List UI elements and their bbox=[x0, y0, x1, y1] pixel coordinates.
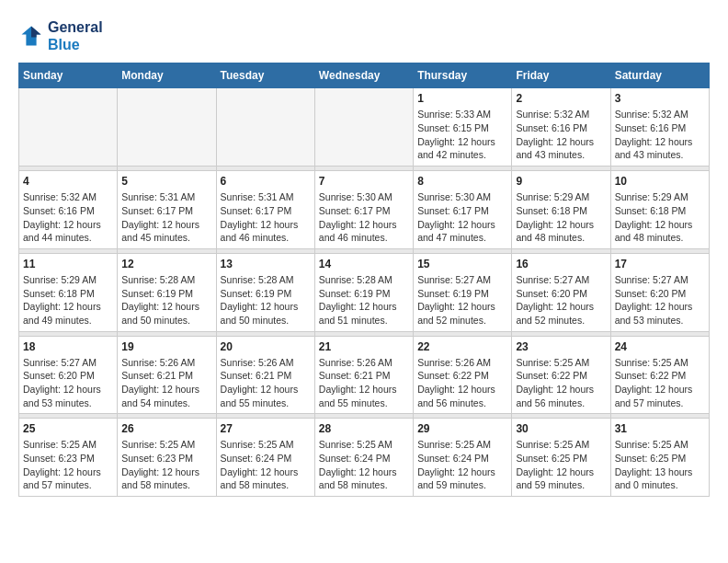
day-cell: 11Sunrise: 5:29 AMSunset: 6:18 PMDayligh… bbox=[19, 253, 118, 331]
day-cell: 27Sunrise: 5:25 AMSunset: 6:24 PMDayligh… bbox=[216, 419, 314, 497]
day-number: 20 bbox=[221, 340, 311, 353]
day-info: Sunrise: 5:31 AMSunset: 6:17 PMDaylight:… bbox=[121, 190, 211, 245]
day-info: Sunrise: 5:25 AMSunset: 6:23 PMDaylight:… bbox=[121, 438, 211, 492]
day-info: Sunrise: 5:25 AMSunset: 6:24 PMDaylight:… bbox=[221, 438, 311, 492]
day-info: Sunrise: 5:26 AMSunset: 6:22 PMDaylight:… bbox=[417, 356, 507, 410]
day-cell: 13Sunrise: 5:28 AMSunset: 6:19 PMDayligh… bbox=[216, 253, 314, 331]
day-info: Sunrise: 5:31 AMSunset: 6:17 PMDaylight:… bbox=[221, 190, 311, 245]
svg-marker-1 bbox=[31, 27, 41, 38]
week-row-5: 25Sunrise: 5:25 AMSunset: 6:23 PMDayligh… bbox=[19, 419, 710, 497]
day-info: Sunrise: 5:27 AMSunset: 6:20 PMDaylight:… bbox=[23, 356, 113, 410]
header: General Blue bbox=[18, 18, 710, 53]
day-cell: 19Sunrise: 5:26 AMSunset: 6:21 PMDayligh… bbox=[118, 336, 216, 414]
day-number: 4 bbox=[23, 175, 113, 188]
weekday-header-thursday: Thursday bbox=[414, 63, 512, 88]
week-row-1: 1Sunrise: 5:33 AMSunset: 6:15 PMDaylight… bbox=[19, 88, 710, 167]
day-number: 28 bbox=[319, 422, 409, 435]
day-number: 10 bbox=[615, 175, 705, 188]
day-cell: 31Sunrise: 5:25 AMSunset: 6:25 PMDayligh… bbox=[610, 419, 709, 497]
day-info: Sunrise: 5:25 AMSunset: 6:25 PMDaylight:… bbox=[516, 438, 606, 492]
day-cell: 1Sunrise: 5:33 AMSunset: 6:15 PMDaylight… bbox=[414, 88, 512, 167]
day-number: 5 bbox=[121, 175, 211, 188]
calendar: SundayMondayTuesdayWednesdayThursdayFrid… bbox=[18, 63, 710, 497]
day-cell: 8Sunrise: 5:30 AMSunset: 6:17 PMDaylight… bbox=[414, 171, 512, 249]
day-info: Sunrise: 5:25 AMSunset: 6:23 PMDaylight:… bbox=[23, 438, 113, 492]
day-info: Sunrise: 5:27 AMSunset: 6:20 PMDaylight:… bbox=[615, 273, 705, 327]
day-number: 17 bbox=[615, 258, 705, 270]
day-cell: 10Sunrise: 5:29 AMSunset: 6:18 PMDayligh… bbox=[610, 171, 709, 249]
day-info: Sunrise: 5:28 AMSunset: 6:19 PMDaylight:… bbox=[319, 273, 409, 327]
weekday-header-tuesday: Tuesday bbox=[216, 63, 314, 88]
day-cell: 20Sunrise: 5:26 AMSunset: 6:21 PMDayligh… bbox=[216, 336, 314, 414]
day-cell: 16Sunrise: 5:27 AMSunset: 6:20 PMDayligh… bbox=[512, 253, 610, 331]
day-cell: 25Sunrise: 5:25 AMSunset: 6:23 PMDayligh… bbox=[19, 419, 118, 497]
day-info: Sunrise: 5:25 AMSunset: 6:24 PMDaylight:… bbox=[319, 438, 409, 492]
weekday-header-saturday: Saturday bbox=[610, 63, 709, 88]
day-cell: 18Sunrise: 5:27 AMSunset: 6:20 PMDayligh… bbox=[19, 336, 118, 414]
day-cell bbox=[19, 88, 118, 167]
day-cell: 22Sunrise: 5:26 AMSunset: 6:22 PMDayligh… bbox=[414, 336, 512, 414]
day-info: Sunrise: 5:32 AMSunset: 6:16 PMDaylight:… bbox=[23, 190, 113, 245]
day-cell: 23Sunrise: 5:25 AMSunset: 6:22 PMDayligh… bbox=[512, 336, 610, 414]
logo-text: General Blue bbox=[48, 18, 103, 53]
day-number: 22 bbox=[417, 340, 507, 353]
day-info: Sunrise: 5:25 AMSunset: 6:24 PMDaylight:… bbox=[417, 438, 507, 492]
day-number: 26 bbox=[121, 422, 211, 435]
day-cell: 28Sunrise: 5:25 AMSunset: 6:24 PMDayligh… bbox=[314, 419, 413, 497]
day-number: 9 bbox=[516, 175, 606, 188]
day-cell: 6Sunrise: 5:31 AMSunset: 6:17 PMDaylight… bbox=[216, 171, 314, 249]
day-cell bbox=[314, 88, 413, 167]
day-number: 6 bbox=[221, 175, 311, 188]
day-cell bbox=[118, 88, 216, 167]
logo-icon bbox=[18, 23, 44, 49]
day-cell: 30Sunrise: 5:25 AMSunset: 6:25 PMDayligh… bbox=[512, 419, 610, 497]
day-cell: 3Sunrise: 5:32 AMSunset: 6:16 PMDaylight… bbox=[610, 88, 709, 167]
weekday-header-row: SundayMondayTuesdayWednesdayThursdayFrid… bbox=[19, 63, 710, 88]
day-number: 27 bbox=[221, 422, 311, 435]
day-info: Sunrise: 5:26 AMSunset: 6:21 PMDaylight:… bbox=[221, 356, 311, 410]
weekday-header-wednesday: Wednesday bbox=[314, 63, 413, 88]
day-number: 15 bbox=[417, 258, 507, 270]
day-cell: 29Sunrise: 5:25 AMSunset: 6:24 PMDayligh… bbox=[414, 419, 512, 497]
day-cell: 21Sunrise: 5:26 AMSunset: 6:21 PMDayligh… bbox=[314, 336, 413, 414]
day-info: Sunrise: 5:27 AMSunset: 6:19 PMDaylight:… bbox=[417, 273, 507, 327]
day-info: Sunrise: 5:28 AMSunset: 6:19 PMDaylight:… bbox=[121, 273, 211, 327]
weekday-header-friday: Friday bbox=[512, 63, 610, 88]
day-number: 2 bbox=[516, 92, 606, 105]
day-number: 29 bbox=[417, 422, 507, 435]
day-number: 3 bbox=[615, 92, 705, 105]
day-cell bbox=[216, 88, 314, 167]
day-info: Sunrise: 5:29 AMSunset: 6:18 PMDaylight:… bbox=[615, 190, 705, 245]
day-cell: 9Sunrise: 5:29 AMSunset: 6:18 PMDaylight… bbox=[512, 171, 610, 249]
day-info: Sunrise: 5:26 AMSunset: 6:21 PMDaylight:… bbox=[121, 356, 211, 410]
day-number: 1 bbox=[417, 92, 507, 105]
week-row-4: 18Sunrise: 5:27 AMSunset: 6:20 PMDayligh… bbox=[19, 336, 710, 414]
day-cell: 5Sunrise: 5:31 AMSunset: 6:17 PMDaylight… bbox=[118, 171, 216, 249]
day-cell: 17Sunrise: 5:27 AMSunset: 6:20 PMDayligh… bbox=[610, 253, 709, 331]
day-number: 24 bbox=[615, 340, 705, 353]
day-cell: 15Sunrise: 5:27 AMSunset: 6:19 PMDayligh… bbox=[414, 253, 512, 331]
day-number: 31 bbox=[615, 422, 705, 435]
day-number: 13 bbox=[221, 258, 311, 270]
day-info: Sunrise: 5:25 AMSunset: 6:22 PMDaylight:… bbox=[615, 356, 705, 410]
week-row-3: 11Sunrise: 5:29 AMSunset: 6:18 PMDayligh… bbox=[19, 253, 710, 331]
day-number: 30 bbox=[516, 422, 606, 435]
day-info: Sunrise: 5:30 AMSunset: 6:17 PMDaylight:… bbox=[417, 190, 507, 245]
day-cell: 26Sunrise: 5:25 AMSunset: 6:23 PMDayligh… bbox=[118, 419, 216, 497]
day-info: Sunrise: 5:33 AMSunset: 6:15 PMDaylight:… bbox=[417, 108, 507, 162]
logo: General Blue bbox=[18, 18, 103, 53]
day-info: Sunrise: 5:29 AMSunset: 6:18 PMDaylight:… bbox=[516, 190, 606, 245]
day-cell: 14Sunrise: 5:28 AMSunset: 6:19 PMDayligh… bbox=[314, 253, 413, 331]
day-info: Sunrise: 5:29 AMSunset: 6:18 PMDaylight:… bbox=[23, 273, 113, 327]
day-number: 8 bbox=[417, 175, 507, 188]
day-number: 12 bbox=[121, 258, 211, 270]
day-number: 18 bbox=[23, 340, 113, 353]
day-info: Sunrise: 5:25 AMSunset: 6:25 PMDaylight:… bbox=[615, 438, 705, 492]
day-cell: 12Sunrise: 5:28 AMSunset: 6:19 PMDayligh… bbox=[118, 253, 216, 331]
day-info: Sunrise: 5:27 AMSunset: 6:20 PMDaylight:… bbox=[516, 273, 606, 327]
day-info: Sunrise: 5:32 AMSunset: 6:16 PMDaylight:… bbox=[516, 108, 606, 162]
weekday-header-sunday: Sunday bbox=[19, 63, 118, 88]
week-row-2: 4Sunrise: 5:32 AMSunset: 6:16 PMDaylight… bbox=[19, 171, 710, 249]
day-number: 21 bbox=[319, 340, 409, 353]
day-info: Sunrise: 5:26 AMSunset: 6:21 PMDaylight:… bbox=[319, 356, 409, 410]
